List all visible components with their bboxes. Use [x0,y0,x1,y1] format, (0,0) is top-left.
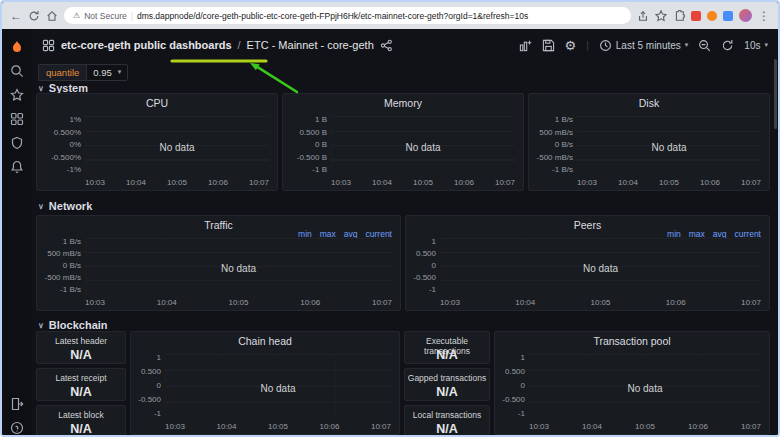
url-text[interactable]: dms.dappnode/d/core-geth-public-etc-core… [137,11,528,21]
profile-avatar[interactable] [739,9,752,22]
x-axis: 10:0310:0410:0510:0610:07 [440,298,761,307]
y-tick: 1% [69,116,81,124]
x-tick: 10:07 [495,178,515,187]
y-tick: 1 B [315,116,327,124]
stat-title[interactable]: Latest receipt [37,373,125,383]
variable-value-dropdown[interactable]: 0.95 ▾ [86,64,128,81]
dashboard-toolbar: ⚙ | Last 5 minutes ▾ 10s ▾ [519,38,768,53]
x-tick: 10:07 [249,178,269,187]
dashboard-settings-gear-icon[interactable]: ⚙ [565,38,577,53]
plot-area[interactable]: No data [529,354,761,418]
x-tick: 10:07 [741,178,761,187]
scrollbar-thumb[interactable] [774,59,777,129]
y-tick: -0.500 B [297,154,327,162]
panel-title[interactable]: CPU [37,97,277,109]
breadcrumb-folder[interactable]: etc-core-geth public dashboards [61,39,232,51]
screenshot-frame: ← ⚠ Not Secure | dms.dappnode/d/core-get… [0,0,780,437]
add-panel-icon[interactable] [519,39,532,52]
bookmark-star-icon[interactable] [655,10,667,22]
breadcrumb-separator: / [238,39,241,51]
x-tick: 10:03 [440,298,460,307]
x-tick: 10:06 [300,298,320,307]
zoom-out-icon[interactable] [698,39,711,52]
no-data-label: No data [165,383,391,394]
breadcrumb: etc-core-geth public dashboards / ETC - … [42,39,393,52]
template-variables-row: quantile 0.95 ▾ [38,63,128,81]
chevron-down-icon: ∨ [38,321,44,330]
plot-area[interactable]: No data [85,116,269,174]
x-tick: 10:06 [688,422,708,431]
stat-title[interactable]: Latest block [37,410,125,420]
plot-area[interactable]: No data [85,238,392,294]
y-tick: -0.500 [138,396,161,404]
x-tick: 10:03 [577,178,597,187]
x-tick: 10:07 [371,422,391,431]
x-tick: 10:03 [331,178,351,187]
starred-icon[interactable] [10,87,25,102]
y-tick: 500 mB/s [539,129,573,137]
y-axis: 10.5000-0.500-1 [497,354,525,418]
extension-blue-icon[interactable] [723,11,733,21]
x-tick: 10:04 [157,298,177,307]
url-bar[interactable]: ⚠ Not Secure | dms.dappnode/d/core-geth-… [64,7,631,24]
plot-area[interactable]: No data [440,238,761,294]
plugins-shield-icon[interactable] [10,135,25,150]
extension-red-icon[interactable] [691,11,701,21]
extensions-puzzle-icon[interactable] [673,10,685,22]
plot-area[interactable]: No data [331,116,515,174]
time-range-picker[interactable]: Last 5 minutes ▾ [599,39,689,52]
panel-peers: Peers minmaxavgcurrent 10.5000-0.500-1 N… [405,215,770,311]
y-tick: 0.500 [505,368,525,376]
row-header-network[interactable]: ∨ Network [38,199,92,213]
panel-title[interactable]: Memory [283,97,523,109]
dashboards-icon[interactable] [10,111,25,126]
x-axis: 10:0310:0410:0510:0610:07 [577,178,761,187]
y-tick: 1 B/s [63,238,81,246]
save-dashboard-icon[interactable] [542,39,555,52]
extension-orange-icon[interactable] [707,11,717,21]
panel-transaction-pool: Transaction pool 10.5000-0.500-1 No data… [494,331,770,435]
stat-title[interactable]: Latest header [37,336,125,346]
home-icon[interactable] [46,10,58,22]
plot-area[interactable]: No data [577,116,761,174]
browser-menu-kebab-icon[interactable]: ⋮ [758,10,770,22]
help-icon[interactable] [10,420,25,435]
stat-value: N/A [37,422,125,435]
dashboard-share-icon[interactable] [380,39,393,52]
x-tick: 10:04 [216,422,236,431]
stat-title[interactable]: Gapped transactions [405,373,489,383]
row-header-blockchain[interactable]: ∨ Blockchain [38,318,108,332]
y-tick: 0.500 B [299,129,327,137]
sign-in-door-icon[interactable] [10,396,25,411]
row-title: Network [49,200,92,212]
y-axis: 1 B0.500 B0 B-0.500 B-1 B [285,116,327,174]
x-tick: 10:05 [268,422,288,431]
grafana-logo-icon[interactable] [10,39,25,54]
y-tick: 0 [432,262,436,270]
y-tick: -0.500% [51,154,81,162]
panel-disk: Disk 1 B/s500 mB/s0 B/s-500 mB/s-1 B/s N… [528,93,770,191]
panel-title[interactable]: Chain head [131,335,399,347]
y-tick: 0 [157,382,161,390]
stat-value: N/A [405,348,489,362]
share-icon[interactable] [637,10,649,22]
refresh-icon[interactable] [721,39,734,52]
chevron-down-icon: ∨ [38,202,44,211]
y-tick: -0.500 [413,274,436,282]
stat-title[interactable]: Local transactions [405,410,489,420]
panel-title[interactable]: Transaction pool [495,335,769,347]
plot-area[interactable]: No data [165,354,391,418]
network-panels-row: Traffic minmaxavgcurrent 1 B/s500 mB/s0 … [36,215,770,311]
x-tick: 10:05 [228,298,248,307]
back-icon[interactable]: ← [10,10,22,22]
x-tick: 10:04 [372,178,392,187]
search-icon[interactable] [10,63,25,78]
alerting-bell-icon[interactable] [10,159,25,174]
security-label[interactable]: Not Secure [84,11,127,21]
reload-icon[interactable] [28,10,40,22]
panel-title[interactable]: Disk [529,97,769,109]
grafana-app: etc-core-geth public dashboards / ETC - … [2,29,778,435]
breadcrumb-dashboard-title[interactable]: ETC - Mainnet - core-geth [247,39,374,51]
refresh-interval-picker[interactable]: 10s ▾ [744,40,768,51]
y-tick: -1 B/s [60,286,81,294]
